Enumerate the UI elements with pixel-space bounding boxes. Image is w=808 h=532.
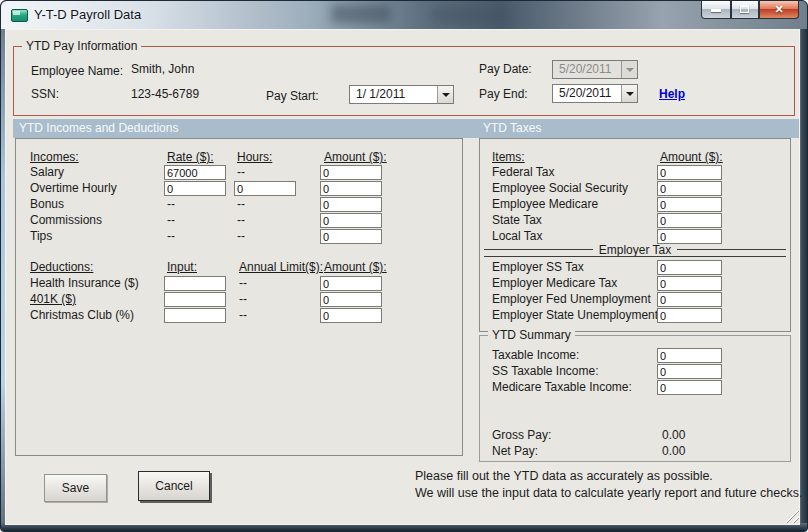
- pay-date-value: 5/20/2011: [553, 61, 621, 78]
- minimize-button[interactable]: [701, 1, 731, 19]
- summary-row-taxable-income: Taxable Income:: [480, 348, 790, 364]
- gross-pay-label: Gross Pay:: [492, 428, 551, 443]
- income-row-tips: Tips -- --: [16, 229, 462, 245]
- tips-rate-na: --: [167, 229, 175, 244]
- tax-row-employee-ss: Employee Social Security: [480, 181, 790, 197]
- employee-name-label: Employee Name:: [31, 64, 123, 79]
- help-link[interactable]: Help: [659, 87, 685, 101]
- incomes-section-header: YTD Incomes and Deductions: [19, 121, 178, 135]
- commissions-hours-na: --: [237, 213, 245, 228]
- state-tax-amount-input[interactable]: [657, 213, 722, 228]
- background-window-artifact: [431, 7, 511, 23]
- pay-start-combobox[interactable]: 1/ 1/2011: [349, 85, 454, 104]
- save-button[interactable]: Save: [44, 474, 107, 502]
- tax-label: Employer Fed Unemployment: [492, 292, 651, 307]
- employer-fed-unemployment-amount-input[interactable]: [657, 292, 722, 307]
- tax-label: Employer State Unemployment: [492, 308, 658, 323]
- amount-col-header: Amount ($):: [324, 150, 387, 164]
- close-button[interactable]: ✕: [759, 1, 799, 19]
- window-title: Y-T-D Payroll Data: [34, 7, 141, 22]
- rate-col-header: Rate ($):: [167, 150, 214, 164]
- tax-row-federal: Federal Tax: [480, 165, 790, 181]
- resize-grip-icon[interactable]: [785, 509, 799, 523]
- deduction-row-health-insurance: Health Insurance ($) --: [16, 276, 462, 292]
- tax-row-employer-state-unemployment: Employer State Unemployment: [480, 308, 790, 324]
- pay-end-value: 5/20/2011: [553, 85, 621, 102]
- input-col-header: Input:: [167, 260, 197, 274]
- salary-rate-input[interactable]: [164, 165, 226, 180]
- ytd-summary-legend: YTD Summary: [488, 328, 575, 342]
- pay-end-label: Pay End:: [479, 87, 528, 102]
- taxable-income-input[interactable]: [657, 348, 722, 363]
- 401k-amount-input[interactable]: [320, 292, 382, 307]
- health-insurance-limit-na: --: [239, 276, 247, 291]
- bonus-rate-na: --: [167, 197, 175, 212]
- pay-date-label: Pay Date:: [479, 62, 532, 77]
- tax-label: State Tax: [492, 213, 542, 228]
- deduction-label: Health Insurance ($): [30, 276, 139, 291]
- commissions-amount-input[interactable]: [320, 213, 382, 228]
- background-window-artifact: [331, 5, 391, 23]
- summary-label: SS Taxable Income:: [492, 364, 599, 379]
- commissions-rate-na: --: [167, 213, 175, 228]
- health-insurance-input-field[interactable]: [164, 276, 226, 291]
- employer-medicare-amount-input[interactable]: [657, 276, 722, 291]
- christmas-club-amount-input[interactable]: [320, 308, 382, 323]
- overtime-amount-input[interactable]: [320, 181, 382, 196]
- overtime-rate-input[interactable]: [164, 181, 226, 196]
- bonus-hours-na: --: [237, 197, 245, 212]
- summary-row-gross-pay: Gross Pay: 0.00: [480, 428, 790, 444]
- pay-end-combobox[interactable]: 5/20/2011: [552, 84, 638, 103]
- income-row-overtime-hourly: Overtime Hourly: [16, 181, 462, 197]
- deduction-label: Christmas Club (%): [30, 308, 134, 323]
- income-label: Salary: [30, 165, 64, 180]
- employer-ss-amount-input[interactable]: [657, 260, 722, 275]
- pay-info-groupbox: YTD Pay Information: [13, 46, 795, 116]
- tax-row-employer-medicare: Employer Medicare Tax: [480, 276, 790, 292]
- christmas-club-input-field[interactable]: [164, 308, 226, 323]
- pay-start-label: Pay Start:: [266, 89, 319, 104]
- maximize-icon: [740, 5, 749, 13]
- tax-label: Employee Social Security: [492, 181, 628, 196]
- ssn-label: SSN:: [31, 87, 59, 102]
- salary-amount-input[interactable]: [320, 165, 382, 180]
- dropdown-arrow-icon[interactable]: [437, 86, 453, 103]
- dropdown-arrow-icon: [621, 61, 637, 78]
- health-insurance-amount-input[interactable]: [320, 276, 382, 291]
- dialog-client-area: YTD Pay Information Employee Name: Smith…: [5, 29, 800, 525]
- income-label: Overtime Hourly: [30, 181, 117, 196]
- income-label: Tips: [30, 229, 52, 244]
- summary-row-ss-taxable-income: SS Taxable Income:: [480, 364, 790, 380]
- ss-taxable-income-input[interactable]: [657, 364, 722, 379]
- maximize-button[interactable]: [731, 1, 759, 19]
- salary-hours-na: --: [237, 165, 245, 180]
- taxes-panel: Items: Amount ($): Federal Tax Employee …: [479, 138, 791, 332]
- tax-row-employer-fed-unemployment: Employer Fed Unemployment: [480, 292, 790, 308]
- 401k-limit-na: --: [239, 292, 247, 307]
- tips-hours-na: --: [237, 229, 245, 244]
- taxes-section-header: YTD Taxes: [483, 121, 541, 135]
- cancel-button[interactable]: Cancel: [138, 471, 210, 501]
- federal-tax-amount-input[interactable]: [657, 165, 722, 180]
- bonus-amount-input[interactable]: [320, 197, 382, 212]
- incomes-col-header: Incomes:: [30, 150, 79, 164]
- deduction-row-christmas-club: Christmas Club (%) --: [16, 308, 462, 324]
- tax-row-state: State Tax: [480, 213, 790, 229]
- overtime-hours-input[interactable]: [234, 181, 296, 196]
- tips-amount-input[interactable]: [320, 229, 382, 244]
- employee-ss-amount-input[interactable]: [657, 181, 722, 196]
- annual-limit-col-header: Annual Limit($):: [239, 260, 323, 274]
- medicare-taxable-income-input[interactable]: [657, 380, 722, 395]
- ytd-summary-groupbox: YTD Summary Taxable Income: SS Taxable I…: [479, 335, 791, 462]
- minimize-icon: [711, 9, 721, 12]
- christmas-club-limit-na: --: [239, 308, 247, 323]
- dropdown-arrow-icon[interactable]: [621, 85, 637, 102]
- employer-state-unemployment-amount-input[interactable]: [657, 308, 722, 323]
- deduction-row-401k: 401K ($) --: [16, 292, 462, 308]
- gross-pay-value: 0.00: [662, 428, 685, 443]
- title-bar[interactable]: Y-T-D Payroll Data ✕: [1, 1, 807, 29]
- pay-start-value: 1/ 1/2011: [350, 86, 437, 103]
- 401k-input-field[interactable]: [164, 292, 226, 307]
- employee-medicare-amount-input[interactable]: [657, 197, 722, 212]
- deduction-label-401k-link[interactable]: 401K ($): [30, 292, 76, 307]
